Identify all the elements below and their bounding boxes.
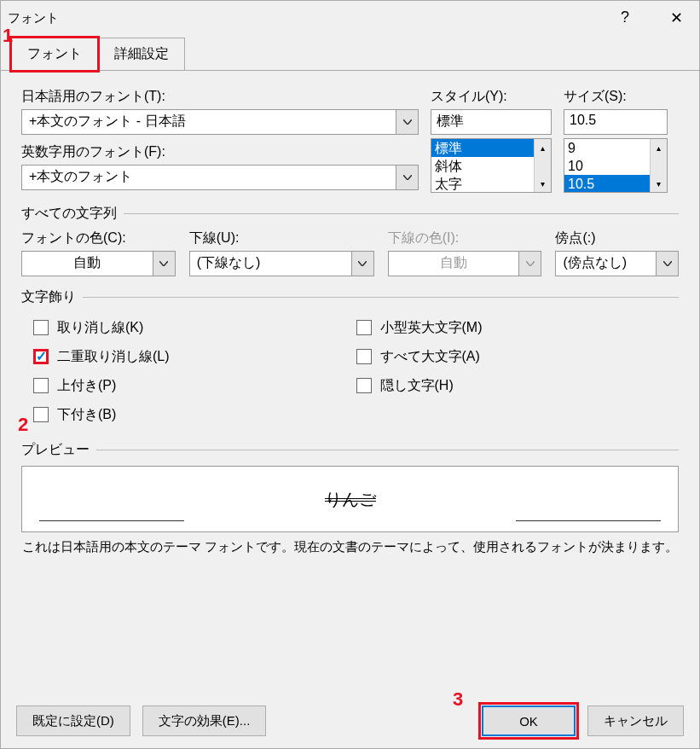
size-listbox[interactable]: 9 10 10.5 ▴ ▾ <box>564 138 668 193</box>
text-effects-button[interactable]: 文字の効果(E)... <box>142 705 267 736</box>
checkbox-icon <box>33 349 49 364</box>
underline-color-dropdown: 自動 <box>388 251 542 276</box>
scroll-down-icon[interactable]: ▾ <box>535 175 551 192</box>
checkbox-label: 小型英大文字(M) <box>380 319 483 337</box>
list-item[interactable]: 10.5 <box>564 175 650 192</box>
checkbox-icon <box>356 320 372 335</box>
chevron-down-icon[interactable] <box>153 252 175 276</box>
scrollbar[interactable]: ▴ ▾ <box>650 139 667 192</box>
cancel-button[interactable]: キャンセル <box>587 705 684 736</box>
checkbox-label: 下付き(B) <box>57 406 116 424</box>
preview-description: これは日本語用の本文のテーマ フォントです。現在の文書のテーマによって、使用され… <box>21 539 679 555</box>
ok-button[interactable]: OK <box>482 705 576 736</box>
underline-label: 下線(U): <box>189 229 374 247</box>
chevron-down-icon <box>518 252 541 276</box>
checkbox-small-caps[interactable]: 小型英大文字(M) <box>356 313 680 342</box>
checkbox-label: 二重取り消し線(L) <box>57 348 170 366</box>
checkbox-label: 上付き(P) <box>57 377 116 395</box>
dialog-title: フォント <box>8 10 59 26</box>
font-color-dropdown[interactable]: 自動 <box>21 251 176 276</box>
tab-font-label: フォント <box>27 46 82 61</box>
checkbox-icon <box>356 349 372 364</box>
scrollbar[interactable]: ▴ ▾ <box>534 139 551 192</box>
all-chars-heading: すべての文字列 <box>21 205 679 223</box>
help-button[interactable]: ? <box>612 9 638 27</box>
checkbox-superscript[interactable]: 上付き(P) <box>33 371 356 400</box>
chevron-down-icon[interactable] <box>396 165 418 189</box>
en-font-value: +本文のフォント <box>22 165 396 189</box>
jp-font-combo[interactable]: +本文のフォント - 日本語 <box>21 109 419 135</box>
tab-advanced-label: 詳細設定 <box>114 46 169 61</box>
size-input[interactable]: 10.5 <box>564 109 668 135</box>
checkbox-icon <box>33 320 49 335</box>
checkbox-icon <box>33 378 49 393</box>
set-default-button[interactable]: 既定に設定(D) <box>16 705 130 736</box>
en-font-label: 英数字用のフォント(F): <box>21 143 419 161</box>
tab-font[interactable]: フォント <box>11 38 98 71</box>
checkbox-subscript[interactable]: 下付き(B) <box>33 400 356 429</box>
font-dialog: 1 2 3 フォント ? ✕ フォント 詳細設定 日本語用のフォント(T): +… <box>0 0 700 749</box>
font-color-value: 自動 <box>22 252 153 276</box>
list-item[interactable]: 10 <box>564 157 650 175</box>
checkbox-label: すべて大文字(A) <box>380 348 480 366</box>
underline-dropdown[interactable]: (下線なし) <box>189 251 374 276</box>
style-label: スタイル(Y): <box>431 88 552 106</box>
dialog-content: 日本語用のフォント(T): +本文のフォント - 日本語 英数字用のフォント(F… <box>1 70 699 564</box>
tab-advanced[interactable]: 詳細設定 <box>98 38 185 71</box>
checkbox-strikethrough[interactable]: 取り消し線(K) <box>33 313 356 342</box>
preview-text: りんご <box>325 488 376 511</box>
list-item[interactable]: 斜体 <box>431 157 534 175</box>
size-label: サイズ(S): <box>564 88 668 106</box>
titlebar: フォント ? ✕ <box>1 1 699 35</box>
dialog-footer: 既定に設定(D) 文字の効果(E)... OK キャンセル <box>16 705 684 736</box>
checkbox-all-caps[interactable]: すべて大文字(A) <box>356 342 680 371</box>
checkbox-icon <box>356 378 372 393</box>
font-color-label: フォントの色(C): <box>21 229 176 247</box>
scroll-down-icon[interactable]: ▾ <box>651 175 667 192</box>
underline-color-label: 下線の色(I): <box>388 229 542 247</box>
chevron-down-icon[interactable] <box>351 252 373 276</box>
effects-heading: 文字飾り <box>21 288 679 306</box>
checkbox-label: 隠し文字(H) <box>380 377 454 395</box>
list-item[interactable]: 標準 <box>431 139 534 157</box>
emphasis-label: 傍点(:) <box>555 229 679 247</box>
chevron-down-icon[interactable] <box>656 252 678 276</box>
preview-box: りんご <box>21 466 679 532</box>
checkbox-double-strikethrough[interactable]: 二重取り消し線(L) <box>33 342 356 371</box>
checkbox-hidden[interactable]: 隠し文字(H) <box>356 371 680 400</box>
scroll-up-icon[interactable]: ▴ <box>651 139 667 156</box>
annotation-2: 2 <box>18 414 28 436</box>
checkbox-icon <box>33 407 49 422</box>
preview-heading: プレビュー <box>21 441 679 459</box>
tab-bar: フォント 詳細設定 <box>1 35 699 71</box>
underline-color-value: 自動 <box>389 252 519 276</box>
chevron-down-icon[interactable] <box>396 110 418 134</box>
scroll-up-icon[interactable]: ▴ <box>535 139 551 156</box>
jp-font-label: 日本語用のフォント(T): <box>21 88 419 106</box>
annotation-3: 3 <box>453 688 463 711</box>
style-listbox[interactable]: 標準 斜体 太字 ▴ ▾ <box>431 138 552 193</box>
jp-font-value: +本文のフォント - 日本語 <box>22 110 396 134</box>
close-button[interactable]: ✕ <box>663 9 689 27</box>
checkbox-label: 取り消し線(K) <box>57 319 143 337</box>
emphasis-value: (傍点なし) <box>556 252 656 276</box>
emphasis-dropdown[interactable]: (傍点なし) <box>555 251 679 276</box>
list-item[interactable]: 9 <box>564 139 650 157</box>
en-font-combo[interactable]: +本文のフォント <box>21 165 419 190</box>
style-input[interactable]: 標準 <box>431 109 552 135</box>
annotation-1: 1 <box>3 25 13 47</box>
underline-value: (下線なし) <box>190 252 351 276</box>
list-item[interactable]: 太字 <box>431 175 534 192</box>
